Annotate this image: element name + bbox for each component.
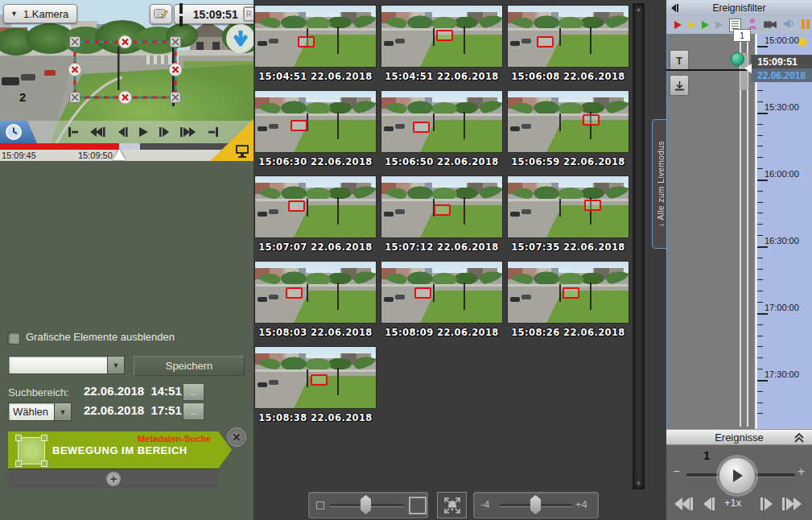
pause-blocks-icon[interactable]: [802, 18, 810, 32]
audio-icon[interactable]: [784, 18, 795, 32]
ruler-tick: [757, 346, 763, 347]
search-result-item[interactable]: 15:07:07 22.06.2018: [254, 175, 377, 257]
preset-name-input[interactable]: [8, 356, 108, 374]
ruler-tick: [757, 269, 763, 270]
metadata-search-banner[interactable]: Metadaten-Suche BEWEGUNG IM BEREICH: [8, 431, 232, 468]
play-button[interactable]: [138, 126, 149, 138]
search-result-item[interactable]: 15:06:50 22.06.2018: [381, 90, 503, 171]
search-result-item[interactable]: 15:08:09 22.06.2018: [381, 261, 503, 342]
go-to-start-button[interactable]: [67, 126, 80, 138]
search-result-item[interactable]: 15:06:59 22.06.2018: [507, 90, 629, 171]
step-back-button[interactable]: [702, 497, 716, 511]
search-result-item[interactable]: 15:07:12 22.06.2018: [381, 175, 503, 257]
events-green-icon[interactable]: [702, 21, 709, 29]
thumbnail-image: [507, 90, 629, 153]
thumbnail-timestamp: 15:07:12 22.06.2018: [381, 241, 503, 253]
step-back-button[interactable]: [117, 126, 128, 138]
go-to-end-button[interactable]: [207, 126, 220, 138]
collapse-panel-icon[interactable]: [670, 2, 681, 14]
range-to-picker-button[interactable]: ...: [183, 402, 204, 420]
collapse-up-icon[interactable]: [793, 432, 806, 444]
thumbnail-size-slider[interactable]: [308, 492, 428, 518]
timeline-ruler[interactable]: 15:00:0015:30:0016:00:0016:30:0017:00:00…: [755, 34, 812, 429]
thumbnail-image: [507, 261, 629, 324]
search-result-item[interactable]: 15:04:51 22.06.2018: [254, 5, 377, 86]
playback-speed-slider[interactable]: -4 +4: [473, 492, 599, 518]
ruler-tick: [757, 413, 763, 414]
camera-icon[interactable]: [764, 18, 777, 32]
preset-dropdown-button[interactable]: ▼: [107, 356, 125, 374]
ruler-tick: [757, 369, 763, 369]
choose-select[interactable]: Wählen: [8, 402, 60, 421]
step-forward-button[interactable]: [760, 497, 774, 511]
hide-graphics-label: Grafische Elemente ausblenden: [26, 331, 175, 343]
speed-increase-label[interactable]: +: [798, 464, 805, 479]
add-criterion-bar[interactable]: +: [8, 468, 219, 489]
ruler-tick-label: 15:30:00: [765, 102, 799, 112]
search-panel: Grafische Elemente ausblenden ▼ Speicher…: [0, 161, 253, 520]
ruler-tick: [757, 157, 763, 158]
search-result-item[interactable]: 15:08:26 22.06.2018: [507, 261, 629, 342]
search-result-item[interactable]: 15:08:38 22.06.2018: [254, 346, 377, 427]
text-search-button[interactable]: T: [670, 50, 689, 71]
close-criterion-button[interactable]: ✕: [227, 427, 246, 447]
speed-slider-thumb[interactable]: [530, 495, 541, 514]
thumbnail-image: [381, 261, 503, 324]
detection-box: [537, 36, 554, 47]
choose-dropdown-button[interactable]: ▼: [54, 402, 72, 421]
events-yellow-icon[interactable]: [688, 21, 695, 29]
hide-graphics-checkbox[interactable]: [7, 332, 20, 345]
camera-selector[interactable]: ▼ 1.Kamera: [3, 4, 77, 23]
thumbnail-image: [381, 175, 503, 238]
scroll-down-button[interactable]: [226, 24, 253, 53]
search-result-item[interactable]: 15:04:51 22.06.2018: [381, 5, 503, 86]
thumbnail-timestamp: 15:06:50 22.06.2018: [381, 156, 503, 167]
events-gray-icon[interactable]: [715, 21, 723, 29]
bell-expand-icon: [442, 495, 463, 516]
scroll-up-icon[interactable]: ▲: [633, 6, 644, 13]
ruler-tick: [757, 258, 763, 258]
previous-event-button[interactable]: [674, 497, 696, 511]
save-button[interactable]: Speichern: [134, 356, 245, 376]
camera-timeline-bar[interactable]: [0, 143, 253, 150]
export-button[interactable]: [670, 75, 689, 96]
next-event-button[interactable]: [781, 497, 804, 511]
camera-view[interactable]: ▼ 1.Kamera 15:09:51 R 2: [0, 0, 253, 161]
timeline-track-line: [740, 40, 741, 427]
events-play-button[interactable]: [719, 457, 756, 494]
search-result-item[interactable]: 15:07:35 22.06.2018: [507, 175, 629, 257]
size-slider-thumb[interactable]: [361, 495, 371, 514]
scroll-down-icon[interactable]: ▼: [633, 480, 644, 487]
search-criterion-label: BEWEGUNG IM BEREICH: [52, 444, 188, 456]
event-marker-green[interactable]: [731, 52, 744, 66]
monitor-icon: [234, 144, 250, 159]
ruler-tick-label: 16:00:00: [765, 169, 799, 179]
ruler-tick: [757, 101, 763, 102]
camera-name-label: 1.Kamera: [23, 8, 68, 20]
event-filter-header[interactable]: Ereignisfilter: [666, 0, 812, 17]
ruler-tick: [757, 357, 763, 358]
results-scrollbar[interactable]: ▲ ▼: [633, 3, 645, 489]
events-panel-header[interactable]: Ereignisse: [666, 429, 812, 445]
fast-forward-button[interactable]: [179, 126, 197, 138]
playhead-marker[interactable]: [113, 149, 126, 160]
search-result-item[interactable]: 15:08:03 22.06.2018: [254, 261, 377, 342]
expand-alert-button[interactable]: [437, 492, 467, 518]
record-badge[interactable]: R: [243, 6, 253, 22]
ruler-tick: [757, 380, 768, 382]
detection-box: [584, 200, 601, 211]
fast-rewind-button[interactable]: [89, 126, 107, 138]
search-result-item[interactable]: 15:06:30 22.06.2018: [254, 90, 377, 171]
ruler-tick: [757, 235, 763, 236]
note-button[interactable]: [150, 4, 172, 24]
speed-decrease-label[interactable]: −: [673, 464, 680, 479]
small-size-icon: [316, 501, 324, 510]
events-red-icon[interactable]: [674, 21, 682, 29]
detection-box: [286, 287, 303, 299]
thumbnail-image: [254, 346, 377, 409]
range-from-picker-button[interactable]: ...: [183, 383, 204, 401]
current-date-value: 22.06.2018: [751, 68, 812, 82]
thumbnail-image: [254, 90, 377, 153]
step-forward-button[interactable]: [159, 126, 170, 138]
search-result-item[interactable]: 15:06:08 22.06.2018: [507, 5, 629, 86]
